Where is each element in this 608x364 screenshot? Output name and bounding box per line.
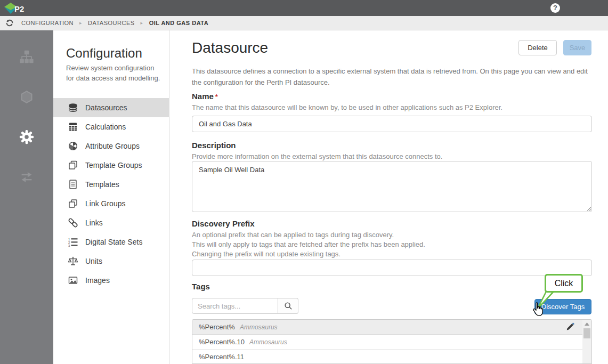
tag-search-group	[192, 298, 298, 314]
sidebar-item-label: Attribute Groups	[85, 142, 140, 150]
org-chart-icon[interactable]	[19, 49, 35, 65]
hexagon-icon[interactable]	[19, 89, 35, 105]
sidebar-item-label: Link Groups	[85, 199, 125, 208]
sidebar-item-attribute-groups[interactable]: Attribute Groups	[53, 136, 169, 156]
refresh-icon[interactable]	[5, 19, 14, 27]
tag-search-input[interactable]	[192, 298, 278, 314]
save-button[interactable]: Save	[563, 40, 591, 55]
sidebar-item-label: Templates	[85, 180, 119, 189]
discovery-prefix-field-label: Discovery Prefix	[192, 219, 255, 228]
document-icon	[68, 180, 78, 189]
tag-list: %Percent% Ammosaurus %Percent%.10 Ammosa…	[192, 319, 592, 364]
overlapping-squares-icon	[68, 199, 78, 208]
tags-section-label: Tags	[192, 282, 210, 291]
database-icon	[68, 103, 78, 112]
tag-source: Ammosaurus	[240, 323, 278, 331]
swap-arrows-icon[interactable]	[19, 169, 35, 185]
configuration-panel: Configuration Review system configuratio…	[53, 30, 169, 364]
breadcrumb-datasources[interactable]: DATASOURCES	[88, 20, 135, 26]
required-asterisk: *	[215, 93, 218, 101]
segmented-circle-icon	[68, 141, 78, 151]
top-bar: P2 ?	[0, 0, 608, 16]
config-menu: Datasources Calculations	[53, 98, 169, 290]
edit-pencil-icon[interactable]	[565, 322, 574, 331]
numbered-list-icon: 123	[68, 237, 78, 247]
name-input[interactable]	[192, 116, 592, 132]
calculator-icon	[68, 122, 78, 132]
description-field-label: Description	[192, 141, 236, 150]
click-callout: Click	[545, 274, 583, 293]
main-content: Datasource Delete Save This datasource d…	[170, 30, 608, 364]
tag-name: %Percent%.11	[199, 353, 244, 361]
config-panel-description: Review system configuration for data acc…	[66, 63, 163, 84]
scrollbar-thumb[interactable]	[583, 328, 590, 338]
sidebar-item-calculations[interactable]: Calculations	[53, 117, 169, 136]
tag-row[interactable]: %Percent%.11	[192, 350, 591, 364]
scroll-up-icon[interactable]	[582, 320, 591, 328]
p2-logo[interactable]: P2	[3, 1, 24, 15]
sidebar-item-links[interactable]: Links	[53, 213, 169, 232]
sidebar-item-label: Images	[85, 276, 110, 285]
p2-logo-text: P2	[14, 4, 24, 13]
search-button[interactable]	[278, 298, 298, 314]
discovery-prefix-input[interactable]	[192, 260, 592, 276]
delete-button[interactable]: Delete	[518, 40, 557, 55]
description-textarea[interactable]: Sample Oil Well Data	[192, 161, 592, 212]
tag-name: %Percent%.10	[199, 338, 245, 346]
breadcrumb-current-page: OIL AND GAS DATA	[149, 20, 208, 26]
breadcrumb-configuration[interactable]: CONFIGURATION	[21, 20, 74, 26]
discovery-prefix-hint-2: This will only apply to tags that are fe…	[192, 240, 425, 248]
page-title: Datasource	[192, 39, 268, 56]
balance-scale-icon	[68, 256, 78, 266]
sidebar-item-label: Digital State Sets	[85, 238, 142, 246]
tag-row[interactable]: %Percent%.10 Ammosaurus	[192, 335, 591, 350]
sidebar-item-link-groups[interactable]: Link Groups	[53, 194, 169, 213]
app-window: P2 ? CONFIGURATION ▸ DATASOURCES ▸ OIL A…	[0, 0, 608, 364]
description-field-hint: Provide more information on the external…	[192, 152, 442, 160]
svg-text:3: 3	[68, 244, 70, 247]
discovery-prefix-hint-3: Changing the prefix will not update exis…	[192, 250, 341, 258]
hand-cursor-icon	[532, 302, 545, 318]
sidebar-item-label: Calculations	[85, 123, 126, 131]
tag-list-scrollbar[interactable]	[582, 320, 591, 364]
config-panel-title: Configuration	[66, 46, 142, 61]
name-field-hint: The name that this datasource will be kn…	[192, 103, 502, 111]
sidebar-item-digital-state-sets[interactable]: 123 Digital State Sets	[53, 232, 169, 252]
sidebar-item-datasources[interactable]: Datasources	[53, 98, 169, 117]
sidebar-item-label: Template Groups	[85, 161, 142, 169]
tag-name: %Percent%	[199, 323, 235, 331]
sidebar-item-label: Links	[85, 219, 103, 227]
sidebar-item-label: Units	[85, 257, 102, 265]
breadcrumb-bar: CONFIGURATION ▸ DATASOURCES ▸ OIL AND GA…	[0, 16, 608, 30]
tag-source: Ammosaurus	[249, 338, 287, 346]
sidebar-item-images[interactable]: Images	[53, 271, 169, 290]
name-field-label: Name*	[192, 92, 218, 101]
help-icon[interactable]: ?	[550, 3, 560, 13]
sidebar-item-template-groups[interactable]: Template Groups	[53, 156, 169, 175]
sidebar-item-templates[interactable]: Templates	[53, 175, 169, 194]
tag-row[interactable]: %Percent% Ammosaurus	[192, 320, 591, 335]
copy-pages-icon	[68, 160, 78, 170]
chevron-right-icon: ▸	[79, 20, 82, 26]
chain-links-icon	[68, 218, 78, 228]
search-icon	[284, 302, 293, 310]
nav-rail	[0, 30, 53, 364]
chevron-right-icon: ▸	[141, 20, 143, 26]
page-intro-text: This datasource defines a connection to …	[192, 66, 593, 88]
sidebar-item-label: Datasources	[85, 103, 127, 112]
breadcrumb: CONFIGURATION ▸ DATASOURCES ▸ OIL AND GA…	[21, 20, 208, 26]
image-icon	[68, 276, 78, 285]
sidebar-item-units[interactable]: Units	[53, 252, 169, 271]
settings-gear-icon[interactable]	[19, 129, 35, 145]
name-label-text: Name	[192, 92, 214, 101]
discovery-prefix-hint-1: An optional prefix that can be applied t…	[192, 231, 394, 239]
